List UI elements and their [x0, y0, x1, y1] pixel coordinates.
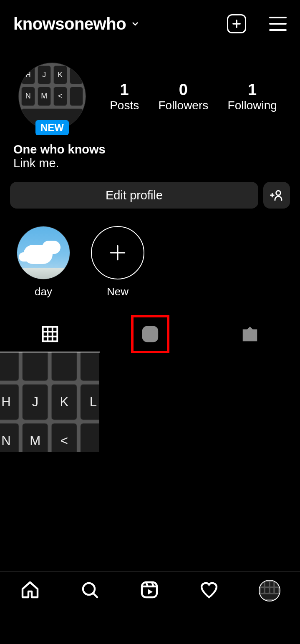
- highlight-label: day: [35, 285, 52, 298]
- profile-actions: Edit profile: [0, 170, 300, 209]
- profile-header: knowsonewho: [0, 0, 300, 42]
- followers-count: 0: [158, 81, 208, 99]
- svg-marker-24: [148, 589, 153, 595]
- grid-icon: [40, 325, 60, 344]
- username: knowsonewho: [13, 15, 126, 33]
- profile-summary: HJK NM< NEW 1 Posts 0 Followers 1 Follow…: [0, 42, 300, 130]
- chevron-down-icon: [130, 19, 140, 29]
- nav-search[interactable]: [80, 580, 100, 601]
- post-thumbnail[interactable]: HJKL NM<: [0, 352, 99, 452]
- add-highlight-circle: [91, 226, 144, 279]
- avatar-container[interactable]: HJK NM< NEW: [17, 63, 88, 130]
- tagged-icon: [240, 325, 260, 344]
- home-icon: [20, 580, 40, 600]
- heart-icon: [199, 580, 219, 600]
- discover-people-button[interactable]: [263, 182, 290, 209]
- edit-profile-button[interactable]: Edit profile: [10, 182, 258, 209]
- svg-point-2: [276, 191, 281, 195]
- username-switcher[interactable]: knowsonewho: [13, 15, 140, 33]
- tab-reels[interactable]: [100, 316, 200, 352]
- nav-reels[interactable]: [139, 580, 159, 601]
- plus-icon: [231, 18, 242, 30]
- following-stat[interactable]: 1 Following: [228, 81, 277, 112]
- reels-icon: [139, 580, 159, 600]
- svg-line-19: [93, 593, 97, 597]
- svg-point-17: [248, 332, 252, 336]
- post-image: HJKL NM<: [0, 352, 99, 452]
- svg-rect-12: [143, 327, 157, 342]
- nav-activity[interactable]: [199, 580, 219, 601]
- following-count: 1: [228, 81, 277, 99]
- posts-count: 1: [110, 81, 139, 99]
- bio-text: Link me.: [13, 156, 287, 170]
- header-actions: [227, 14, 287, 33]
- display-name: One who knows: [13, 143, 287, 156]
- add-person-icon: [270, 189, 283, 202]
- posts-label: Posts: [110, 99, 139, 112]
- highlights-row: day New: [0, 209, 300, 311]
- highlight-item[interactable]: day: [17, 226, 70, 298]
- highlight-cover: [17, 226, 70, 279]
- svg-rect-7: [43, 327, 58, 342]
- followers-stat[interactable]: 0 Followers: [158, 81, 208, 112]
- nav-profile[interactable]: [259, 580, 280, 601]
- tab-grid[interactable]: [0, 316, 100, 352]
- plus-icon: [107, 242, 128, 263]
- posts-grid: HJKL NM<: [0, 352, 300, 452]
- nav-home[interactable]: [20, 580, 40, 601]
- avatar-image: HJK NM<: [19, 63, 86, 130]
- reels-icon: [141, 325, 160, 344]
- hamburger-line: [269, 17, 287, 18]
- profile-tabs: [0, 316, 300, 352]
- highlight-label: New: [107, 285, 129, 298]
- search-icon: [80, 580, 100, 600]
- svg-rect-20: [142, 582, 157, 597]
- following-label: Following: [228, 99, 277, 112]
- highlight-add[interactable]: New: [91, 226, 144, 298]
- hamburger-line: [269, 29, 287, 31]
- create-button[interactable]: [227, 14, 246, 33]
- stats-row: 1 Posts 0 Followers 1 Following: [88, 81, 287, 112]
- nav-avatar: [259, 580, 280, 601]
- sky-image: [17, 226, 70, 279]
- menu-button[interactable]: [269, 17, 287, 31]
- followers-label: Followers: [158, 99, 208, 112]
- tab-tagged[interactable]: [200, 316, 300, 352]
- new-badge: NEW: [35, 120, 69, 135]
- bottom-nav: [0, 571, 300, 609]
- bio-section: One who knows Link me.: [0, 130, 300, 170]
- hamburger-line: [269, 23, 287, 25]
- posts-stat[interactable]: 1 Posts: [110, 81, 139, 112]
